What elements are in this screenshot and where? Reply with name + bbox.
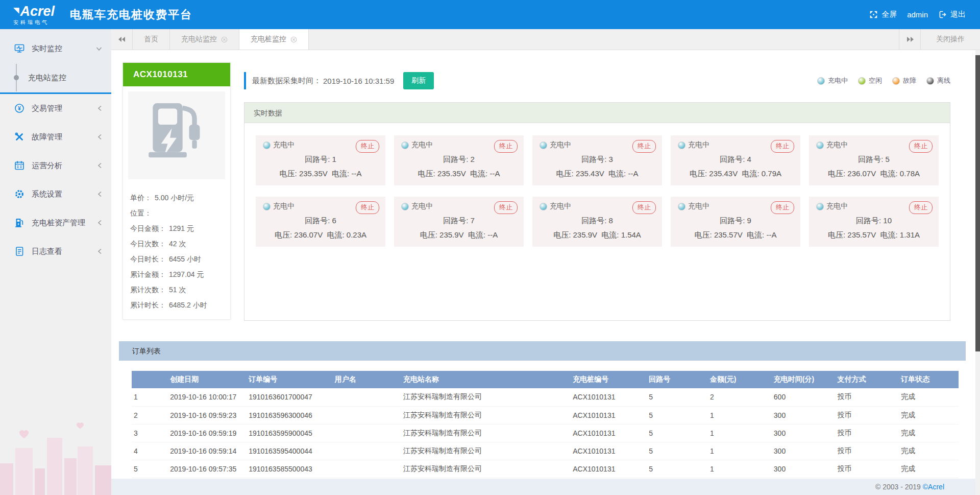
sidebar-item-transaction[interactable]: ¥ 交易管理 bbox=[0, 94, 111, 123]
charging-status-dot-icon bbox=[401, 142, 409, 149]
stat-label: 累计金额： bbox=[130, 270, 166, 278]
column-header: 创建日期 bbox=[168, 371, 247, 388]
pile-stat-row: 今日金额：1291 元 bbox=[130, 224, 224, 233]
legend-item: 离线 bbox=[926, 76, 950, 85]
circuit-number: 回路号: 3 bbox=[540, 155, 655, 164]
cell: 5 bbox=[647, 424, 708, 442]
charging-status-dot-icon bbox=[401, 203, 409, 210]
username: admin bbox=[907, 10, 928, 19]
pile-stat-row: 今日次数：42 次 bbox=[130, 240, 224, 249]
close-icon[interactable] bbox=[221, 36, 228, 43]
sidebar-item-pile-assets[interactable]: 充电桩资产管理 bbox=[0, 208, 111, 237]
sidebar-item-settings[interactable]: 系统设置 bbox=[0, 180, 111, 208]
fault-icon bbox=[14, 132, 24, 142]
charging-status-dot-icon bbox=[540, 203, 547, 210]
terminate-button[interactable]: 终止 bbox=[909, 201, 933, 214]
stat-value: 6485.2 小时 bbox=[169, 301, 207, 309]
sidebar-item-analysis[interactable]: 运营分析 bbox=[0, 151, 111, 180]
terminate-button[interactable]: 终止 bbox=[494, 201, 518, 214]
circuit-number: 回路号: 2 bbox=[401, 155, 517, 164]
tab-home[interactable]: 首页 bbox=[133, 29, 170, 50]
gear-icon bbox=[14, 189, 24, 199]
collect-time-value: 2019-10-16 10:31:59 bbox=[323, 77, 394, 85]
table-row: 22019-10-16 09:59:231910163596300046江苏安科… bbox=[132, 406, 959, 424]
channel-status-label: 充电中 bbox=[411, 140, 433, 150]
close-icon[interactable] bbox=[290, 36, 297, 43]
acrel-footer-link[interactable]: ©Acrel bbox=[923, 483, 944, 491]
sidebar-item-station-monitor[interactable]: 充电站监控 bbox=[0, 63, 111, 92]
charging-status-dot-icon bbox=[678, 203, 685, 210]
tabs-scroll-right-button[interactable] bbox=[899, 29, 920, 50]
cell: 2019-10-16 09:57:35 bbox=[168, 460, 247, 478]
terminate-button[interactable]: 终止 bbox=[771, 140, 794, 153]
status-dot-icon bbox=[858, 77, 866, 85]
user-menu[interactable]: admin bbox=[907, 10, 928, 19]
tabbar-spacer bbox=[309, 29, 899, 50]
logout-icon bbox=[938, 10, 947, 19]
stat-label: 累计次数： bbox=[130, 286, 166, 294]
stat-value: 6455 小时 bbox=[169, 255, 201, 263]
cell: 2 bbox=[708, 388, 772, 406]
charging-pile-illustration-icon bbox=[146, 100, 207, 171]
cell: 1 bbox=[708, 460, 772, 478]
tab-station-monitor[interactable]: 充电站监控 bbox=[170, 29, 239, 50]
terminate-button[interactable]: 终止 bbox=[771, 201, 794, 214]
tab-label: 首页 bbox=[144, 35, 158, 44]
status-dot-icon bbox=[817, 77, 825, 85]
cell: 300 bbox=[772, 460, 836, 478]
channel-status-label: 充电中 bbox=[411, 202, 433, 211]
stat-value: 5.00 小时/元 bbox=[155, 194, 194, 202]
cell: 2019-10-16 09:59:14 bbox=[168, 442, 247, 460]
terminate-button[interactable]: 终止 bbox=[356, 201, 379, 214]
cell: 2019-10-16 09:59:19 bbox=[168, 424, 247, 442]
charging-status-dot-icon bbox=[678, 142, 685, 149]
terminate-button[interactable]: 终止 bbox=[356, 140, 379, 153]
vertical-scrollbar[interactable] bbox=[975, 50, 980, 495]
stat-label: 今日金额： bbox=[130, 224, 166, 232]
cell: 5 bbox=[647, 442, 708, 460]
cell bbox=[333, 442, 401, 460]
tab-pile-monitor[interactable]: 充电桩监控 bbox=[239, 29, 309, 50]
channel-card: 充电中 终止 回路号: 2 电压: 235.35V 电流: --A bbox=[394, 135, 524, 185]
copyright-text: © 2003 - 2019 bbox=[875, 483, 923, 491]
charging-status-dot-icon bbox=[540, 142, 547, 149]
legend-label: 离线 bbox=[937, 76, 950, 85]
column-header: 订单编号 bbox=[247, 371, 332, 388]
scrollbar-thumb[interactable] bbox=[975, 55, 980, 351]
cell: 1910163585500043 bbox=[247, 460, 332, 478]
voltage-current: 电压: 235.57V 电流: 1.31A bbox=[816, 230, 932, 240]
terminate-button[interactable]: 终止 bbox=[632, 140, 656, 153]
fullscreen-button[interactable]: 全屏 bbox=[869, 10, 897, 19]
stat-label: 累计时长： bbox=[130, 301, 166, 309]
cell: 300 bbox=[772, 424, 836, 442]
table-row: 52019-10-16 09:57:351910163585500043江苏安科… bbox=[132, 460, 959, 478]
chevron-down-icon bbox=[96, 46, 102, 51]
orders-section: 订单列表 创建日期订单编号用户名充电站名称充电桩编号回路号金额(元)充电时间(分… bbox=[119, 341, 966, 478]
channel-grid: 充电中 终止 回路号: 1 电压: 235.35V 电流: --A 充电中 终止… bbox=[244, 123, 950, 259]
cell: 1 bbox=[708, 424, 772, 442]
cell bbox=[333, 424, 401, 442]
sidebar-item-logs[interactable]: 日志查看 bbox=[0, 237, 111, 266]
tabs-scroll-left-button[interactable] bbox=[111, 29, 133, 50]
pile-stat-row: 位置： bbox=[130, 209, 224, 218]
svg-text:¥: ¥ bbox=[18, 105, 21, 111]
refresh-button[interactable]: 刷新 bbox=[403, 72, 434, 89]
logout-button[interactable]: 退出 bbox=[938, 10, 966, 19]
cell: 5 bbox=[647, 388, 708, 406]
close-operations-dropdown[interactable]: 关闭操作 bbox=[920, 29, 980, 50]
orders-title: 订单列表 bbox=[119, 341, 966, 361]
sidebar-item-realtime-monitor[interactable]: 实时监控 bbox=[0, 34, 111, 63]
terminate-button[interactable]: 终止 bbox=[494, 140, 518, 153]
cell: 投币 bbox=[836, 442, 899, 460]
column-header: 回路号 bbox=[647, 371, 708, 388]
terminate-button[interactable]: 终止 bbox=[632, 201, 656, 214]
realtime-data-box: 实时数据 充电中 终止 回路号: 1 电压: 235.35V 电流: --A 充… bbox=[244, 102, 950, 321]
brand-name: Acrel bbox=[13, 5, 55, 18]
cell: 投币 bbox=[836, 406, 899, 424]
channel-card: 充电中 终止 回路号: 1 电压: 235.35V 电流: --A bbox=[256, 135, 385, 185]
column-header: 用户名 bbox=[333, 371, 401, 388]
sidebar-item-fault[interactable]: 故障管理 bbox=[0, 123, 111, 151]
voltage-current: 电压: 235.9V 电流: --A bbox=[401, 230, 517, 240]
legend-item: 故障 bbox=[892, 76, 916, 85]
terminate-button[interactable]: 终止 bbox=[909, 140, 933, 153]
